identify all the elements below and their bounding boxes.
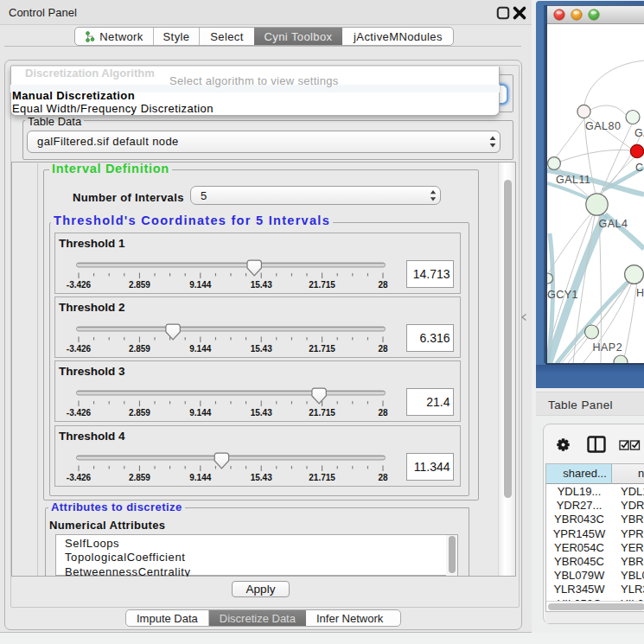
svg-text:15.43: 15.43 — [251, 473, 272, 482]
svg-text:-3.426: -3.426 — [67, 473, 92, 482]
svg-text:GAL80: GAL80 — [585, 120, 621, 132]
svg-text:GA: GA — [634, 127, 644, 139]
svg-text:15.43: 15.43 — [251, 280, 272, 290]
svg-text:-3.426: -3.426 — [67, 344, 92, 354]
svg-text:2.859: 2.859 — [129, 344, 150, 354]
svg-text:HAP2: HAP2 — [593, 341, 623, 354]
svg-text:GAL11: GAL11 — [556, 174, 591, 186]
svg-text:15.43: 15.43 — [251, 408, 272, 418]
svg-text:2.859: 2.859 — [129, 473, 150, 482]
svg-text:21.715: 21.715 — [309, 280, 335, 290]
svg-text:9.144: 9.144 — [189, 473, 211, 482]
svg-text:21.715: 21.715 — [309, 344, 335, 354]
svg-text:C: C — [635, 162, 644, 174]
svg-text:15.43: 15.43 — [251, 344, 272, 354]
svg-text:28: 28 — [378, 408, 388, 418]
svg-text:-3.426: -3.426 — [67, 408, 92, 418]
svg-text:9.144: 9.144 — [189, 280, 211, 290]
svg-text:21.715: 21.715 — [309, 473, 335, 482]
svg-text:28: 28 — [378, 473, 388, 482]
svg-text:28: 28 — [378, 344, 388, 354]
svg-text:28: 28 — [378, 280, 388, 290]
svg-text:GCY1: GCY1 — [547, 289, 578, 301]
svg-text:9.144: 9.144 — [189, 344, 211, 354]
svg-text:2.859: 2.859 — [129, 280, 150, 290]
svg-text:21.715: 21.715 — [309, 408, 335, 418]
svg-text:9.144: 9.144 — [189, 408, 211, 418]
svg-text:GAL4: GAL4 — [599, 218, 628, 230]
svg-text:H: H — [636, 287, 644, 299]
svg-text:-3.426: -3.426 — [67, 280, 92, 290]
svg-text:2.859: 2.859 — [129, 408, 150, 418]
